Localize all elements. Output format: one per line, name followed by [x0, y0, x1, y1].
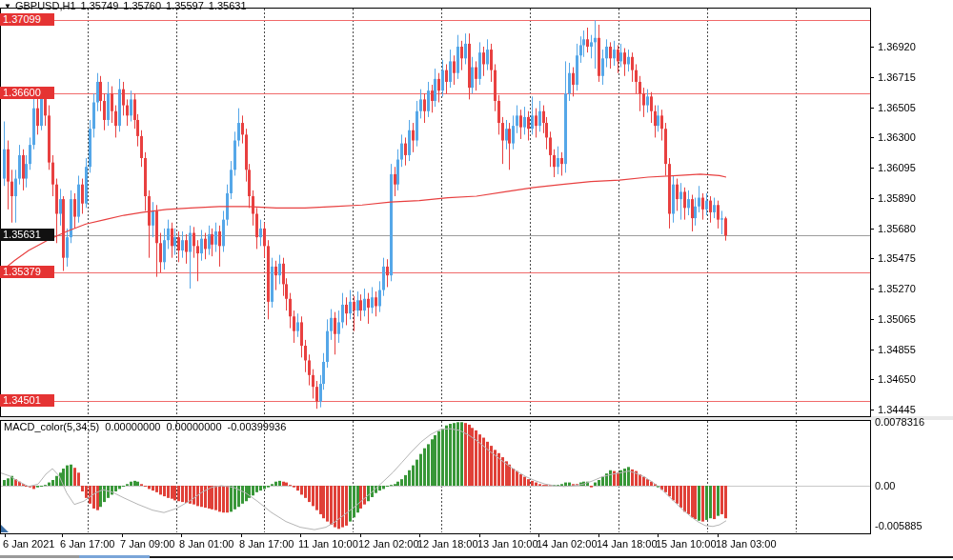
macd-value-2: 0.00000000 — [166, 421, 221, 432]
macd-axis-zero: 0.00 — [875, 480, 895, 491]
macd-value-1: 0.00000000 — [105, 421, 160, 432]
macd-axis-max: 0.0078316 — [875, 416, 924, 428]
time-axis-label: 7 Jan 09:00 — [120, 538, 175, 550]
ohlc-high: 1.35760 — [123, 0, 161, 11]
ohlc-low: 1.35597 — [166, 0, 204, 11]
sr-price-box: 1.37099 — [0, 13, 54, 26]
time-axis-label: 14 Jan 02:00 — [537, 538, 598, 550]
time-axis-label: 8 Jan 17:00 — [239, 538, 294, 550]
time-axis-label: 12 Jan 18:00 — [417, 538, 478, 550]
time-axis-label: 6 Jan 17:00 — [60, 538, 115, 550]
time-axis-label: 8 Jan 01:00 — [179, 538, 234, 550]
chart-canvas[interactable] — [0, 0, 953, 560]
price-axis-tick: 1.36300 — [878, 131, 916, 143]
trading-chart-window: ▼GBPUSD,H11.357491.357601.355971.35631 M… — [0, 0, 953, 560]
time-axis-label: 11 Jan 10:00 — [298, 538, 358, 550]
time-axis-label: 6 Jan 2021 — [3, 538, 54, 550]
macd-axis-min: -0.005885 — [875, 520, 923, 531]
macd-name: MACD_color(5,34,5) — [4, 421, 99, 432]
ohlc-open: 1.35749 — [81, 0, 119, 11]
price-axis-tick: 1.36505 — [878, 102, 916, 113]
chart-title: ▼GBPUSD,H11.357491.357601.355971.35631 — [4, 0, 252, 11]
price-axis-tick: 1.35065 — [878, 313, 916, 325]
sr-price-box: 1.35379 — [0, 266, 54, 278]
macd-indicator-label: MACD_color(5,34,5)0.000000000.00000000-0… — [4, 421, 292, 432]
price-axis-tick: 1.35680 — [878, 223, 916, 234]
price-axis-tick: 1.35270 — [878, 283, 916, 294]
current-price-box: 1.35631 — [0, 229, 54, 241]
time-axis-label: 12 Jan 02:00 — [358, 538, 419, 550]
price-axis-tick: 1.35475 — [878, 252, 916, 264]
time-axis-label: 13 Jan 10:00 — [477, 538, 538, 550]
sr-price-box: 1.36600 — [0, 87, 54, 99]
price-axis-tick: 1.34445 — [878, 404, 916, 415]
price-axis-tick: 1.36920 — [878, 41, 916, 52]
price-axis-tick: 1.35890 — [878, 192, 916, 204]
time-axis-label: 18 Jan 03:00 — [716, 538, 777, 550]
symbol-timeframe-label: GBPUSD,H1 — [15, 0, 76, 11]
sr-price-box: 1.34501 — [0, 394, 54, 407]
price-axis-tick: 1.34650 — [878, 373, 916, 385]
price-axis-tick: 1.34855 — [878, 344, 916, 355]
time-axis-label: 15 Jan 10:00 — [656, 538, 717, 550]
chart-menu-dropdown-icon[interactable]: ▼ — [4, 2, 11, 10]
price-axis-tick: 1.36095 — [878, 162, 916, 173]
macd-value-3: -0.00399936 — [228, 421, 287, 432]
time-axis-label: 14 Jan 18:00 — [597, 538, 658, 550]
ohlc-close: 1.35631 — [209, 0, 247, 11]
price-axis-tick: 1.36715 — [878, 71, 916, 83]
